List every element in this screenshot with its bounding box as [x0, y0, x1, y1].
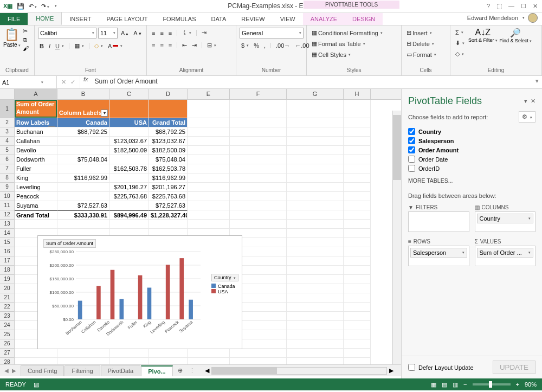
more-tables-link[interactable]: MORE TABLES... [402, 173, 542, 188]
column-header[interactable]: A [15, 89, 57, 99]
defer-update-checkbox[interactable] [408, 364, 415, 371]
underline-button[interactable]: U▾ [54, 41, 66, 51]
tab-formulas[interactable]: FORMULAS [155, 13, 203, 25]
shrink-font-icon[interactable]: A▾ [132, 28, 143, 38]
cell-styles-button[interactable]: ▦ Cell Styles▾ [310, 49, 352, 60]
column-header[interactable]: E [188, 89, 230, 99]
tab-home[interactable]: HOME [28, 12, 62, 25]
zoom-in-icon[interactable]: + [516, 381, 519, 388]
column-header[interactable]: D [149, 89, 188, 99]
view-normal-icon[interactable]: ▦ [431, 381, 436, 388]
wrap-text-icon[interactable]: ⇥ [200, 28, 208, 38]
autosum-button[interactable]: Σ▾ [454, 28, 466, 37]
tab-page-layout[interactable]: PAGE LAYOUT [99, 13, 155, 25]
cell-reference-input[interactable] [2, 79, 40, 86]
macro-record-icon[interactable]: ▨ [34, 381, 39, 388]
enter-formula-icon[interactable]: ✓ [70, 79, 75, 86]
worksheet-grid[interactable]: ABCDEFGH 1 Sum of Order Amount Column La… [0, 89, 401, 378]
qat-customize-icon[interactable]: ▾ [55, 4, 57, 8]
grow-font-icon[interactable]: A▴ [119, 28, 130, 38]
filters-drop-area[interactable] [408, 211, 469, 232]
cut-icon[interactable]: ✂ [23, 28, 29, 35]
pivot-chart[interactable]: Sum of Order Amount $0.00$50,000.00$100,… [37, 235, 242, 349]
account-dropdown-icon[interactable]: ▾ [522, 16, 525, 20]
minimize-icon[interactable]: — [508, 3, 514, 10]
copy-icon[interactable]: ⧉ [23, 36, 29, 43]
merge-center-icon[interactable]: ⊟▾ [205, 40, 218, 50]
format-cells-button[interactable]: ▭ Format▾ [405, 49, 438, 60]
conditional-formatting-button[interactable]: ▦ Conditional Formatting▾ [310, 28, 384, 38]
paste-icon[interactable]: 📋 [3, 28, 21, 42]
field-checkbox-order date[interactable]: Order Date [408, 155, 535, 164]
values-item[interactable]: Sum of Order ...▾ [477, 248, 534, 258]
tab-view[interactable]: VIEW [273, 13, 303, 25]
column-header[interactable]: B [57, 89, 109, 99]
font-color-button[interactable]: A▾ [106, 41, 124, 51]
format-painter-icon[interactable]: 🖌 [23, 45, 29, 52]
tab-review[interactable]: REVIEW [234, 13, 272, 25]
columns-drop-area[interactable]: Country▾ [475, 211, 536, 232]
rows-item[interactable]: Salesperson▾ [410, 248, 467, 258]
align-center-icon[interactable]: ≡ [158, 40, 165, 50]
percent-format-icon[interactable]: % [252, 41, 261, 50]
sort-filter-button[interactable]: Sort & Filter▾ [468, 37, 498, 43]
column-header[interactable]: C [109, 89, 149, 99]
pane-close-icon[interactable]: ✕ [531, 98, 535, 105]
save-icon[interactable]: 💾 [17, 3, 24, 10]
tab-analyze[interactable]: ANALYZE [303, 13, 345, 25]
paste-button[interactable]: Paste▾ [3, 42, 21, 48]
ribbon-options-icon[interactable]: ⬚ [496, 3, 502, 10]
sheet-nav-prev-icon[interactable]: ◀ [4, 368, 9, 374]
name-box[interactable]: ▾ [0, 76, 57, 88]
view-page-layout-icon[interactable]: ▤ [442, 381, 447, 388]
column-header[interactable]: F [230, 89, 287, 99]
decrease-indent-icon[interactable]: ⇤ [180, 40, 189, 50]
pane-gear-icon[interactable]: ⚙ ▾ [519, 111, 535, 123]
redo-icon[interactable]: ↷▾ [41, 3, 49, 10]
comma-format-icon[interactable]: , [262, 41, 267, 50]
align-middle-icon[interactable]: ≡ [158, 28, 165, 38]
zoom-out-icon[interactable]: − [463, 381, 467, 388]
column-header[interactable]: H [344, 89, 371, 99]
name-box-dropdown-icon[interactable]: ▾ [41, 80, 43, 85]
number-format-select[interactable]: General▾ [240, 28, 304, 38]
delete-cells-button[interactable]: ⊟ Delete▾ [405, 38, 436, 49]
sort-filter-icon[interactable]: A↓Z [468, 28, 498, 37]
sheet-tab[interactable]: PivotData [101, 365, 141, 376]
align-bottom-icon[interactable]: ≡ [167, 28, 173, 38]
formula-bar[interactable]: Sum of Order Amount [92, 76, 532, 88]
column-header[interactable]: G [287, 89, 344, 99]
sheet-tab[interactable]: Filtering [64, 365, 100, 376]
align-top-icon[interactable]: ≡ [150, 28, 157, 38]
font-size-select[interactable]: 11▾ [98, 28, 118, 38]
italic-button[interactable]: I [47, 41, 52, 51]
field-checkbox-salesperson[interactable]: Salesperson [408, 136, 535, 145]
formula-bar-expand-icon[interactable]: ▾ [532, 76, 542, 88]
help-icon[interactable]: ? [487, 3, 490, 10]
update-button[interactable]: UPDATE [493, 361, 535, 374]
format-as-table-button[interactable]: ▦ Format as Table▾ [310, 38, 367, 49]
maximize-icon[interactable]: ☐ [521, 3, 526, 10]
clear-button[interactable]: ◇▾ [454, 49, 466, 59]
tab-design[interactable]: DESIGN [345, 13, 383, 25]
row-labels-dropdown[interactable]: ▾ [48, 126, 55, 127]
undo-icon[interactable]: ↶▾ [29, 3, 37, 10]
account-area[interactable]: Edward Mendelson ▾ [463, 11, 542, 25]
avatar[interactable] [528, 13, 538, 23]
columns-item[interactable]: Country▾ [477, 214, 534, 223]
font-name-select[interactable]: Calibri▾ [38, 28, 96, 38]
tab-insert[interactable]: INSERT [62, 13, 99, 25]
bold-button[interactable]: B [38, 41, 46, 51]
zoom-level[interactable]: 90% [525, 381, 537, 388]
fill-button[interactable]: ⬇▾ [454, 38, 466, 48]
fill-color-button[interactable]: ◇▾ [93, 41, 105, 51]
orientation-icon[interactable]: ⤹▾ [180, 28, 193, 38]
vertical-scrollbar[interactable] [392, 111, 401, 364]
cancel-formula-icon[interactable]: ✕ [61, 79, 66, 86]
accounting-format-icon[interactable]: $▾ [240, 41, 250, 50]
align-left-icon[interactable]: ≡ [150, 40, 157, 50]
borders-button[interactable]: ▦▾ [73, 41, 86, 51]
field-checkbox-order amount[interactable]: Order Amount [408, 145, 535, 155]
column-labels-dropdown[interactable]: ▾ [101, 110, 108, 117]
find-select-icon[interactable]: 🔎 [500, 28, 532, 38]
